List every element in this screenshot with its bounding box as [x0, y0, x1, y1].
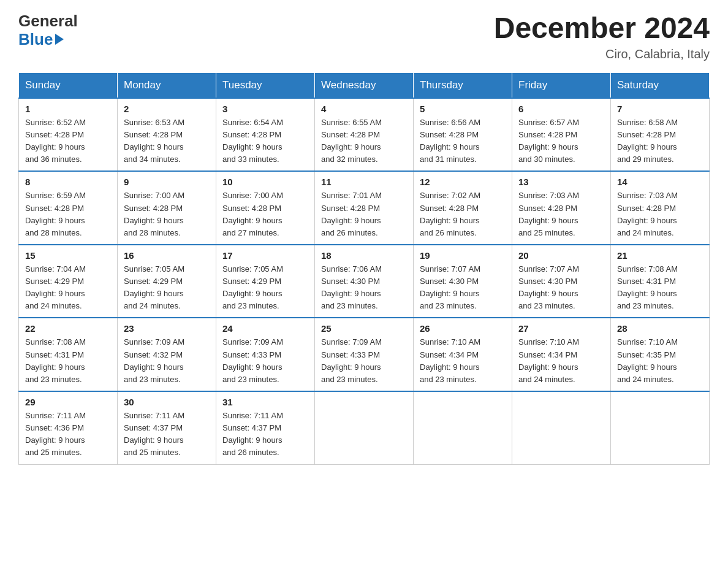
- calendar-cell: 31 Sunrise: 7:11 AMSunset: 4:37 PMDaylig…: [216, 391, 315, 464]
- day-info: Sunrise: 7:07 AMSunset: 4:30 PMDaylight:…: [420, 264, 480, 310]
- calendar-cell: 5 Sunrise: 6:56 AMSunset: 4:28 PMDayligh…: [414, 98, 512, 172]
- day-number: 31: [222, 397, 308, 407]
- day-info: Sunrise: 6:53 AMSunset: 4:28 PMDaylight:…: [124, 118, 184, 164]
- calendar-cell: 24 Sunrise: 7:09 AMSunset: 4:33 PMDaylig…: [216, 318, 315, 391]
- calendar-cell: [414, 391, 512, 464]
- calendar-cell: 12 Sunrise: 7:02 AMSunset: 4:28 PMDaylig…: [414, 171, 512, 245]
- day-number: 9: [124, 177, 210, 187]
- calendar-cell: 9 Sunrise: 7:00 AMSunset: 4:28 PMDayligh…: [118, 171, 216, 245]
- calendar-cell: 16 Sunrise: 7:05 AMSunset: 4:29 PMDaylig…: [118, 245, 216, 318]
- day-info: Sunrise: 7:07 AMSunset: 4:30 PMDaylight:…: [518, 264, 579, 310]
- day-number: 23: [124, 323, 210, 334]
- day-number: 7: [617, 104, 703, 114]
- calendar-week-2: 8 Sunrise: 6:59 AMSunset: 4:28 PMDayligh…: [19, 171, 710, 245]
- calendar-cell: 21 Sunrise: 7:08 AMSunset: 4:31 PMDaylig…: [611, 245, 710, 318]
- day-info: Sunrise: 7:00 AMSunset: 4:28 PMDaylight:…: [222, 191, 283, 237]
- day-info: Sunrise: 7:11 AMSunset: 4:36 PMDaylight:…: [25, 411, 86, 457]
- day-number: 16: [124, 250, 210, 261]
- day-info: Sunrise: 7:06 AMSunset: 4:30 PMDaylight:…: [321, 264, 382, 310]
- day-number: 21: [617, 250, 703, 261]
- day-info: Sunrise: 7:00 AMSunset: 4:28 PMDaylight:…: [124, 191, 184, 237]
- logo: General Blue: [18, 12, 78, 49]
- day-number: 6: [518, 104, 604, 114]
- calendar-week-1: 1 Sunrise: 6:52 AMSunset: 4:28 PMDayligh…: [19, 98, 710, 172]
- day-info: Sunrise: 6:52 AMSunset: 4:28 PMDaylight:…: [25, 118, 86, 164]
- day-number: 2: [124, 104, 210, 114]
- calendar-cell: 6 Sunrise: 6:57 AMSunset: 4:28 PMDayligh…: [512, 98, 611, 172]
- day-number: 27: [518, 323, 604, 334]
- day-info: Sunrise: 6:59 AMSunset: 4:28 PMDaylight:…: [25, 191, 86, 237]
- day-number: 22: [25, 323, 111, 334]
- calendar-cell: 22 Sunrise: 7:08 AMSunset: 4:31 PMDaylig…: [19, 318, 118, 391]
- title-block: December 2024 Ciro, Calabria, Italy: [494, 12, 710, 61]
- day-info: Sunrise: 7:05 AMSunset: 4:29 PMDaylight:…: [222, 264, 283, 310]
- calendar-cell: 4 Sunrise: 6:55 AMSunset: 4:28 PMDayligh…: [315, 98, 414, 172]
- day-info: Sunrise: 7:10 AMSunset: 4:34 PMDaylight:…: [420, 337, 480, 383]
- day-info: Sunrise: 7:03 AMSunset: 4:28 PMDaylight:…: [617, 191, 678, 237]
- day-number: 26: [420, 323, 506, 334]
- calendar-cell: [611, 391, 710, 464]
- day-number: 13: [518, 177, 604, 187]
- day-number: 29: [25, 397, 111, 407]
- calendar-cell: 19 Sunrise: 7:07 AMSunset: 4:30 PMDaylig…: [414, 245, 512, 318]
- day-info: Sunrise: 7:09 AMSunset: 4:32 PMDaylight:…: [124, 337, 184, 383]
- calendar-week-5: 29 Sunrise: 7:11 AMSunset: 4:36 PMDaylig…: [19, 391, 710, 464]
- weekday-header-monday: Monday: [118, 72, 216, 98]
- weekday-header-sunday: Sunday: [19, 72, 118, 98]
- calendar-cell: [315, 391, 414, 464]
- day-info: Sunrise: 7:05 AMSunset: 4:29 PMDaylight:…: [124, 264, 184, 310]
- day-number: 15: [25, 250, 111, 261]
- weekday-header-wednesday: Wednesday: [315, 72, 414, 98]
- calendar-cell: 28 Sunrise: 7:10 AMSunset: 4:35 PMDaylig…: [611, 318, 710, 391]
- location-text: Ciro, Calabria, Italy: [494, 47, 710, 61]
- day-number: 20: [518, 250, 604, 261]
- day-info: Sunrise: 7:01 AMSunset: 4:28 PMDaylight:…: [321, 191, 382, 237]
- weekday-header-friday: Friday: [512, 72, 611, 98]
- calendar-cell: 23 Sunrise: 7:09 AMSunset: 4:32 PMDaylig…: [118, 318, 216, 391]
- calendar-week-3: 15 Sunrise: 7:04 AMSunset: 4:29 PMDaylig…: [19, 245, 710, 318]
- calendar-cell: 15 Sunrise: 7:04 AMSunset: 4:29 PMDaylig…: [19, 245, 118, 318]
- calendar-cell: [512, 391, 611, 464]
- calendar-cell: 1 Sunrise: 6:52 AMSunset: 4:28 PMDayligh…: [19, 98, 118, 172]
- logo-general-text: General: [18, 12, 78, 30]
- calendar-week-4: 22 Sunrise: 7:08 AMSunset: 4:31 PMDaylig…: [19, 318, 710, 391]
- calendar-cell: 25 Sunrise: 7:09 AMSunset: 4:33 PMDaylig…: [315, 318, 414, 391]
- calendar-cell: 27 Sunrise: 7:10 AMSunset: 4:34 PMDaylig…: [512, 318, 611, 391]
- day-info: Sunrise: 6:54 AMSunset: 4:28 PMDaylight:…: [222, 118, 283, 164]
- day-info: Sunrise: 7:02 AMSunset: 4:28 PMDaylight:…: [420, 191, 480, 237]
- day-number: 11: [321, 177, 407, 187]
- day-number: 19: [420, 250, 506, 261]
- calendar-cell: 20 Sunrise: 7:07 AMSunset: 4:30 PMDaylig…: [512, 245, 611, 318]
- day-number: 3: [222, 104, 308, 114]
- calendar-cell: 18 Sunrise: 7:06 AMSunset: 4:30 PMDaylig…: [315, 245, 414, 318]
- calendar-cell: 2 Sunrise: 6:53 AMSunset: 4:28 PMDayligh…: [118, 98, 216, 172]
- day-info: Sunrise: 6:57 AMSunset: 4:28 PMDaylight:…: [518, 118, 579, 164]
- day-number: 25: [321, 323, 407, 334]
- day-number: 14: [617, 177, 703, 187]
- weekday-header-row: SundayMondayTuesdayWednesdayThursdayFrid…: [19, 72, 710, 98]
- day-number: 8: [25, 177, 111, 187]
- calendar-cell: 10 Sunrise: 7:00 AMSunset: 4:28 PMDaylig…: [216, 171, 315, 245]
- calendar-table: SundayMondayTuesdayWednesdayThursdayFrid…: [18, 72, 710, 465]
- day-number: 28: [617, 323, 703, 334]
- calendar-cell: 26 Sunrise: 7:10 AMSunset: 4:34 PMDaylig…: [414, 318, 512, 391]
- calendar-cell: 8 Sunrise: 6:59 AMSunset: 4:28 PMDayligh…: [19, 171, 118, 245]
- day-info: Sunrise: 7:03 AMSunset: 4:28 PMDaylight:…: [518, 191, 579, 237]
- calendar-cell: 7 Sunrise: 6:58 AMSunset: 4:28 PMDayligh…: [611, 98, 710, 172]
- weekday-header-saturday: Saturday: [611, 72, 710, 98]
- day-number: 24: [222, 323, 308, 334]
- day-number: 17: [222, 250, 308, 261]
- calendar-cell: 30 Sunrise: 7:11 AMSunset: 4:37 PMDaylig…: [118, 391, 216, 464]
- day-info: Sunrise: 7:09 AMSunset: 4:33 PMDaylight:…: [321, 337, 382, 383]
- day-info: Sunrise: 7:04 AMSunset: 4:29 PMDaylight:…: [25, 264, 86, 310]
- day-number: 4: [321, 104, 407, 114]
- day-info: Sunrise: 7:08 AMSunset: 4:31 PMDaylight:…: [25, 337, 86, 383]
- day-info: Sunrise: 7:10 AMSunset: 4:34 PMDaylight:…: [518, 337, 579, 383]
- day-number: 10: [222, 177, 308, 187]
- day-info: Sunrise: 6:58 AMSunset: 4:28 PMDaylight:…: [617, 118, 678, 164]
- day-info: Sunrise: 7:10 AMSunset: 4:35 PMDaylight:…: [617, 337, 678, 383]
- day-info: Sunrise: 7:08 AMSunset: 4:31 PMDaylight:…: [617, 264, 678, 310]
- calendar-cell: 17 Sunrise: 7:05 AMSunset: 4:29 PMDaylig…: [216, 245, 315, 318]
- logo-blue-text: Blue: [18, 30, 64, 49]
- day-info: Sunrise: 7:09 AMSunset: 4:33 PMDaylight:…: [222, 337, 283, 383]
